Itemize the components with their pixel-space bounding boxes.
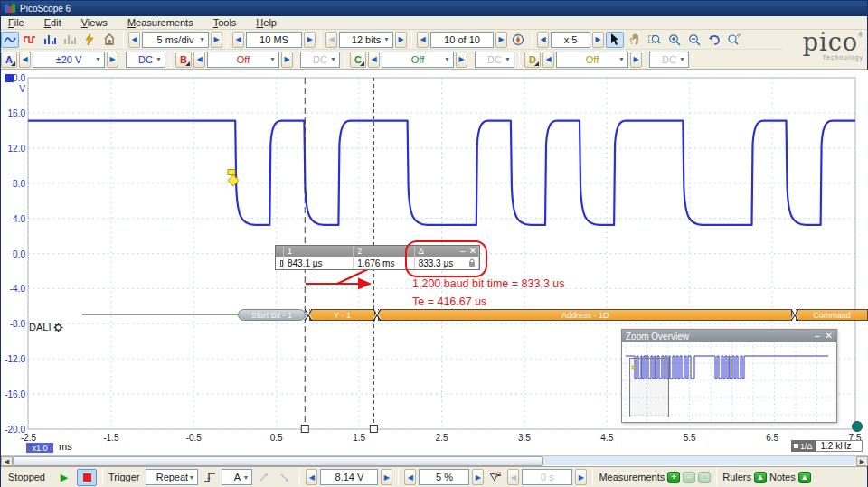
zoom-overview-body[interactable]	[622, 342, 836, 422]
zoom-region-rectangle[interactable]	[629, 358, 669, 417]
cursor-1-handle[interactable]	[301, 426, 308, 433]
ruler-phase-checkbox[interactable]	[280, 260, 283, 267]
notes-label: Notes	[769, 472, 796, 482]
scroll-left-button[interactable]: ◀	[1, 456, 13, 466]
ruler1-value: 843.1 µs	[284, 257, 354, 269]
cursor-2-handle[interactable]	[370, 426, 377, 433]
x-tick-label: 4.5	[587, 433, 627, 443]
trigger-source-value: A	[234, 472, 241, 482]
x-tick-label: -1.5	[91, 433, 131, 443]
ruler-legend-grip[interactable]	[276, 246, 284, 257]
buffer-end-marker[interactable]	[853, 422, 863, 432]
logo-subtext: Technology	[782, 54, 863, 61]
pretrigger-down-button[interactable]: ◀	[404, 469, 416, 485]
y-tick-label: -16.0	[1, 389, 25, 399]
y-tick-label: 20.0	[1, 73, 25, 83]
horizontal-scrollbar[interactable]: ◀ ▶	[1, 455, 868, 465]
trigger-level-input[interactable]: 8.14 V	[320, 469, 378, 485]
post-trigger-value: 0 s	[541, 472, 554, 482]
decode-segment[interactable]: Command	[796, 309, 868, 321]
zoom-overview-minimize-button[interactable]: –	[815, 331, 820, 342]
scope-plot-area[interactable]: 20.016.012.08.04.00.0-4.0-8.0-12.0-16.0-…	[1, 70, 868, 466]
zoom-overview-titlebar[interactable]: Zoom Overview –✕	[622, 330, 836, 342]
post-trigger-input[interactable]: 0 s	[522, 469, 572, 485]
annotation-line1: 1,200 baud bit time = 833.3 us	[412, 277, 565, 290]
logo-text: pico	[803, 28, 858, 56]
stop-capture-button[interactable]	[77, 469, 97, 486]
y-tick-label: -8.0	[1, 319, 25, 329]
post-trigger-up-button[interactable]: ▶	[575, 469, 587, 485]
zoom-overview-window[interactable]: Zoom Overview –✕	[621, 329, 837, 423]
decode-segment[interactable]: Start Bit - 1	[238, 309, 306, 321]
decode-segment[interactable]: Y - 1	[309, 309, 374, 321]
x-tick-label: -0.5	[174, 433, 213, 443]
post-trigger-down-button[interactable]: ◀	[507, 469, 519, 485]
trigger-mode-value: Repeat	[156, 472, 188, 482]
rulers-label: Rulers	[722, 472, 751, 482]
zoom-overview-close-button[interactable]: ✕	[826, 331, 833, 342]
trigger-level-down-button[interactable]: ◀	[306, 469, 317, 485]
decode-junction-icon	[305, 309, 312, 323]
trigger-level-up-button[interactable]: ▶	[381, 469, 392, 485]
frequency-legend-label: 1/Δ	[791, 440, 816, 452]
status-bar: Stopped ▶ Trigger Repeat▼ A▼ ◀ 8.14 V ▶ …	[1, 466, 867, 487]
ruler1-header: 1	[284, 246, 354, 257]
trigger-edge-button[interactable]	[201, 469, 219, 485]
x-axis-unit: ms	[59, 441, 72, 452]
trigger-marker-left-icon[interactable]	[255, 469, 273, 485]
delta-highlight-circle	[405, 240, 487, 277]
y-tick-label: 8.0	[1, 178, 25, 188]
capture-state-label: Stopped	[8, 472, 52, 482]
trigger-label: Trigger	[108, 472, 139, 482]
annotation-line2: Te = 416.67 us	[412, 295, 486, 308]
measurements-label: Measurements	[599, 472, 665, 482]
trigger-level-value: 8.14 V	[335, 472, 364, 482]
decode-protocol-label[interactable]: DALI	[29, 322, 63, 332]
x-tick-label: -2.5	[9, 433, 49, 443]
trigger-arrow-tool-icon[interactable]	[486, 469, 505, 485]
pretrigger-value: 5 %	[436, 472, 453, 482]
decode-junction-icon	[791, 309, 798, 323]
x-axis-scale-badge[interactable]: x1.0	[26, 443, 53, 453]
pico-technology-logo: pico® Technology	[782, 31, 863, 67]
add-measurement-button[interactable]: +	[667, 472, 680, 483]
trigger-mode-select[interactable]: Repeat▼	[146, 469, 198, 485]
trigger-marker-right-icon[interactable]	[276, 469, 294, 485]
y-tick-label: 4.0	[1, 213, 25, 223]
x-tick-label: 3.5	[505, 433, 544, 443]
x-tick-label: 1.5	[339, 433, 379, 443]
y-tick-label: 16.0	[1, 108, 25, 117]
decode-segment[interactable]: Address - 1D	[378, 309, 792, 321]
decode-settings-gear-icon[interactable]	[53, 323, 63, 332]
start-capture-button[interactable]: ▶	[54, 469, 74, 486]
scrollbar-thumb[interactable]	[13, 456, 543, 466]
y-axis-unit: V	[1, 84, 25, 94]
y-tick-label: 12.0	[1, 143, 25, 153]
frequency-legend-value: 1.2 kHz	[816, 440, 863, 452]
notes-toggle-button[interactable]: ▲	[798, 472, 811, 483]
trigger-source-select[interactable]: A▼	[222, 469, 252, 485]
x-tick-label: 2.5	[422, 433, 462, 443]
frequency-legend[interactable]: 1/Δ 1.2 kHz	[791, 440, 863, 452]
decode-junction-icon	[373, 309, 381, 323]
rulers-toggle-button[interactable]: ▲	[754, 472, 767, 483]
scroll-right-button[interactable]: ▶	[856, 456, 868, 466]
y-tick-label: 0.0	[1, 248, 25, 258]
y-tick-label: -12.0	[1, 354, 25, 364]
y-tick-label: -4.0	[1, 284, 25, 294]
x-tick-label: 6.5	[752, 433, 792, 443]
picoscope-window: PicoScope 6 FileEditViewsMeasurementsToo…	[0, 0, 868, 487]
pretrigger-input[interactable]: 5 %	[419, 469, 469, 485]
pretrigger-up-button[interactable]: ▶	[472, 469, 484, 485]
zoom-overview-title: Zoom Overview	[626, 332, 689, 342]
x-tick-label: 5.5	[670, 433, 710, 443]
x-tick-label: 0.5	[257, 433, 297, 443]
edit-measurement-button[interactable]: −	[683, 472, 695, 483]
delete-measurement-button[interactable]: ▢	[698, 472, 711, 483]
